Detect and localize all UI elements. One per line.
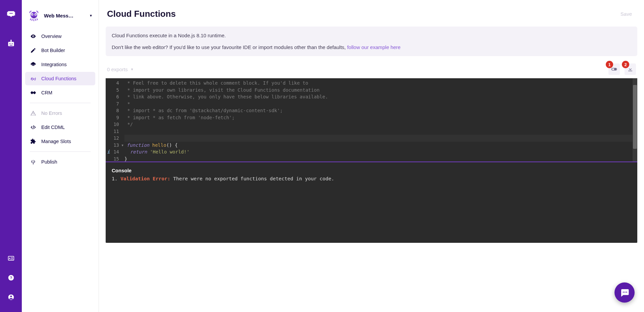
save-button[interactable]: Save — [621, 11, 632, 17]
eye-icon — [30, 33, 37, 40]
account-icon[interactable] — [6, 293, 16, 302]
sidebar-item-edit-cdml[interactable]: Edit CDML — [25, 121, 95, 134]
nav-label: No Errors — [41, 110, 62, 116]
sidebar-item-manage-slots[interactable]: Manage Slots — [25, 135, 95, 148]
error-text: There were no exported functions detecte… — [170, 176, 334, 181]
nav-label: Overview — [41, 34, 61, 39]
svg-point-9 — [11, 43, 12, 44]
console-message: 1. Validation Error: There were no expor… — [112, 176, 631, 181]
badge-2: 2 — [622, 61, 629, 68]
error-label: Validation Error: — [120, 176, 170, 181]
function-icon: f(x) — [30, 75, 37, 82]
svg-point-26 — [623, 292, 624, 293]
svg-text:A文: A文 — [9, 257, 13, 260]
pencil-icon — [30, 47, 37, 54]
puzzle-icon — [30, 138, 37, 145]
svg-rect-1 — [14, 12, 15, 16]
sidebar-item-crm[interactable]: CRM — [25, 86, 95, 99]
main-content: Cloud Functions Save Cloud Functions exe… — [99, 0, 644, 312]
svg-point-16 — [10, 296, 12, 297]
page-title: Cloud Functions — [107, 9, 176, 19]
scrollbar-thumb[interactable] — [633, 85, 637, 149]
code-body[interactable]: * Feel free to delete this whole comment… — [122, 78, 637, 162]
nav-label: Cloud Functions — [41, 76, 76, 81]
svg-point-4 — [11, 13, 12, 14]
svg-text:?: ? — [10, 275, 12, 280]
svg-rect-0 — [7, 12, 8, 16]
svg-point-28 — [626, 292, 627, 293]
info-line-2-text: Don't like the web editor? If you'd like… — [112, 44, 347, 50]
sidebar-item-integrations[interactable]: Integrations — [25, 58, 95, 71]
layers-icon — [30, 61, 37, 68]
nav-label: Edit CDML — [41, 125, 65, 130]
handshake-icon — [30, 89, 37, 96]
svg-rect-5 — [8, 42, 14, 46]
sidebar: Web Mess… ▼ Overview Bot Builder Integra… — [22, 0, 99, 312]
editor: 45678910111213 i14151617 * Feel free to … — [106, 78, 637, 243]
info-banner: Cloud Functions execute in a Node.js 8.1… — [106, 27, 637, 56]
svg-point-8 — [9, 43, 10, 44]
nav-label: Bot Builder — [41, 48, 65, 53]
sidebar-item-overview[interactable]: Overview — [25, 30, 95, 43]
example-link[interactable]: follow our example here — [347, 44, 400, 50]
chevron-down-icon: ▼ — [130, 68, 134, 71]
app-name: Web Mess… — [44, 13, 85, 18]
nav-label: Manage Slots — [41, 139, 71, 144]
svg-point-3 — [10, 13, 11, 14]
info-line-1: Cloud Functions execute in a Node.js 8.1… — [112, 33, 631, 38]
antenna-icon — [30, 159, 37, 165]
exports-label: 0 exports — [107, 66, 128, 72]
svg-point-27 — [625, 292, 626, 293]
sidebar-item-publish[interactable]: Publish — [25, 155, 95, 169]
bot-icon[interactable] — [6, 39, 16, 48]
svg-point-20 — [32, 14, 33, 15]
scrollbar[interactable] — [633, 78, 637, 162]
chevron-down-icon: ▼ — [89, 14, 93, 17]
info-line-2: Don't like the web editor? If you'd like… — [112, 44, 631, 50]
nav-label: CRM — [41, 90, 52, 95]
global-rail: A文 ? — [0, 0, 22, 312]
language-icon[interactable]: A文 — [6, 254, 16, 263]
sidebar-item-errors: No Errors — [25, 106, 95, 120]
sidebar-item-cloud-functions[interactable]: f(x) Cloud Functions — [25, 72, 95, 85]
svg-point-7 — [10, 40, 11, 41]
svg-point-21 — [35, 14, 36, 15]
download-button[interactable]: 2 — [625, 63, 636, 75]
console-panel: Console 1. Validation Error: There were … — [106, 162, 637, 243]
app-selector[interactable]: Web Mess… ▼ — [25, 8, 95, 30]
gutter: 45678910111213 i14151617 — [106, 78, 122, 162]
svg-text:f(x): f(x) — [31, 77, 36, 81]
code-icon — [30, 124, 37, 131]
svg-point-22 — [33, 36, 34, 37]
editor-toolbar: 0 exports ▼ 1 2 — [99, 56, 644, 78]
chat-fab[interactable] — [614, 282, 635, 303]
console-title: Console — [112, 168, 631, 173]
nav-list: Overview Bot Builder Integrations f(x) C… — [25, 30, 95, 169]
toggle-button[interactable]: 1 — [608, 63, 620, 75]
help-icon[interactable]: ? — [6, 273, 16, 282]
nav-label: Integrations — [41, 62, 67, 67]
app-logo-icon — [28, 9, 40, 21]
nav-separator — [30, 151, 91, 152]
svg-point-25 — [614, 68, 616, 70]
sidebar-item-bot-builder[interactable]: Bot Builder — [25, 44, 95, 57]
messenger-icon[interactable] — [6, 9, 16, 19]
badge-1: 1 — [606, 61, 613, 68]
nav-label: Publish — [41, 159, 57, 165]
chat-icon — [620, 287, 630, 298]
svg-point-2 — [9, 13, 10, 14]
svg-rect-10 — [9, 45, 12, 46]
exports-dropdown[interactable]: 0 exports ▼ — [107, 66, 134, 72]
warning-icon — [30, 110, 37, 117]
code-editor[interactable]: 45678910111213 i14151617 * Feel free to … — [106, 78, 637, 162]
nav-separator — [30, 103, 91, 103]
